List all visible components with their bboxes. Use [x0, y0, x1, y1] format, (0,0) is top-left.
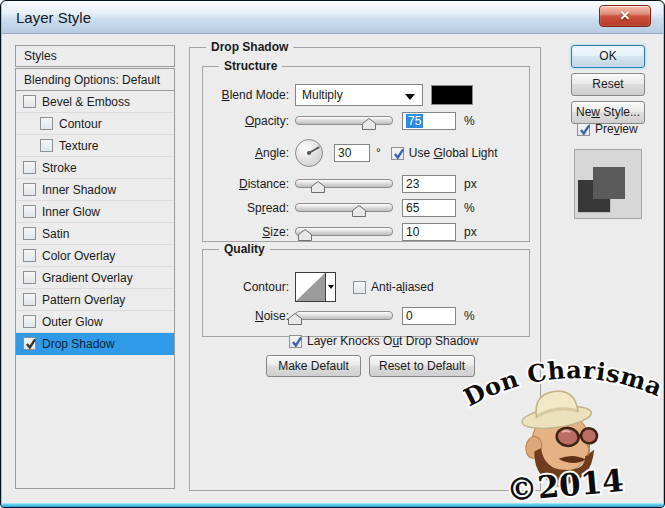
sidebar-item-satin[interactable]: Satin — [16, 223, 174, 245]
quality-title: Quality — [219, 242, 270, 256]
angle-needle[interactable] — [309, 146, 320, 154]
structure-group: Structure Blend Mode: Multiply Opacity: … — [202, 66, 530, 242]
chevron-down-icon — [405, 94, 415, 100]
noise-input[interactable]: 0 — [402, 307, 456, 325]
sidebar-item-stroke[interactable]: Stroke — [16, 157, 174, 179]
angle-input[interactable]: 30 — [334, 144, 370, 162]
use-global-light-checkbox[interactable] — [391, 147, 404, 160]
distance-slider[interactable] — [295, 177, 393, 192]
sidebar-item-texture[interactable]: Texture — [16, 135, 174, 157]
ok-button[interactable]: OK — [571, 45, 645, 68]
panel-title: Drop Shadow — [206, 40, 293, 54]
sidebar-item-contour[interactable]: Contour — [16, 113, 174, 135]
style-checkbox[interactable] — [23, 293, 36, 306]
sidebar-item-inner-shadow[interactable]: Inner Shadow — [16, 179, 174, 201]
opacity-label: Opacity: — [203, 114, 295, 128]
contour-thumbnail — [296, 273, 325, 301]
new-style-button[interactable]: New Style... — [571, 101, 645, 124]
sidebar-item-blending-options[interactable]: Blending Options: Default — [16, 69, 174, 91]
sidebar-item-label: Bevel & Emboss — [42, 95, 130, 109]
knockout-row: Layer Knocks Out Drop Shadow — [289, 334, 478, 348]
size-unit: px — [464, 225, 477, 239]
anti-aliased-checkbox[interactable] — [353, 281, 366, 294]
spread-input[interactable]: 65 — [402, 199, 456, 217]
blend-mode-row: Blend Mode: Multiply — [203, 84, 523, 106]
noise-label: Noise: — [203, 309, 295, 323]
sidebar-item-label: Color Overlay — [42, 249, 115, 263]
distance-input[interactable]: 23 — [402, 175, 456, 193]
style-checkbox[interactable] — [23, 161, 36, 174]
close-button[interactable]: ✕ — [599, 5, 651, 27]
preview-layer-square — [593, 167, 625, 199]
noise-unit: % — [464, 309, 475, 323]
layer-knocks-out-checkbox[interactable] — [289, 335, 302, 348]
opacity-unit: % — [464, 114, 475, 128]
layer-style-dialog: Layer Style ✕ Styles Blending Options: D… — [0, 0, 665, 508]
sidebar-item-label: Texture — [59, 139, 98, 153]
size-input[interactable]: 10 — [402, 223, 456, 241]
title-bar[interactable]: Layer Style ✕ — [2, 1, 663, 34]
angle-row: Angle: 30 ° Use Global Light — [203, 138, 523, 168]
sidebar-item-drop-shadow[interactable]: Drop Shadow — [16, 333, 174, 355]
contour-dropdown-arrow-icon[interactable] — [325, 273, 335, 301]
style-checkbox[interactable] — [23, 315, 36, 328]
style-checkbox[interactable] — [23, 337, 36, 350]
spread-row: Spread: 65 % — [203, 197, 523, 219]
distance-label: Distance: — [203, 177, 295, 191]
styles-header: Styles — [15, 45, 175, 67]
quality-group: Quality Contour: Anti-aliased No — [202, 249, 530, 337]
spread-slider-thumb[interactable] — [352, 205, 366, 217]
make-default-button[interactable]: Make Default — [266, 355, 361, 377]
shadow-color-swatch[interactable] — [431, 85, 473, 105]
noise-slider-thumb[interactable] — [288, 313, 302, 325]
sidebar-item-label: Contour — [59, 117, 102, 131]
sidebar-item-inner-glow[interactable]: Inner Glow — [16, 201, 174, 223]
style-checkbox[interactable] — [40, 139, 53, 152]
blend-mode-dropdown[interactable]: Multiply — [295, 84, 423, 106]
preview-checkbox[interactable] — [577, 123, 590, 136]
angle-unit: ° — [376, 146, 381, 160]
distance-value: 23 — [406, 177, 419, 191]
noise-row: Noise: 0 % — [203, 305, 523, 327]
opacity-slider-thumb[interactable] — [362, 118, 376, 130]
reset-button[interactable]: Reset — [571, 73, 645, 96]
size-slider-thumb[interactable] — [298, 229, 312, 241]
reset-to-default-button[interactable]: Reset to Default — [369, 355, 475, 377]
distance-slider-thumb[interactable] — [311, 181, 325, 193]
opacity-input[interactable]: 75 — [402, 112, 456, 130]
style-checkbox[interactable] — [23, 271, 36, 284]
contour-picker[interactable] — [295, 272, 336, 302]
sidebar-item-outer-glow[interactable]: Outer Glow — [16, 311, 174, 333]
sidebar-item-label: Pattern Overlay — [42, 293, 125, 307]
blend-mode-value: Multiply — [302, 88, 343, 102]
sidebar-item-label: Gradient Overlay — [42, 271, 133, 285]
size-slider[interactable] — [295, 225, 393, 240]
sidebar-item-gradient-overlay[interactable]: Gradient Overlay — [16, 267, 174, 289]
close-icon: ✕ — [620, 8, 631, 23]
structure-title: Structure — [219, 59, 282, 73]
use-global-light-label: Use Global Light — [409, 146, 498, 160]
noise-slider[interactable] — [295, 309, 393, 324]
style-checkbox[interactable] — [23, 249, 36, 262]
style-checkbox[interactable] — [23, 205, 36, 218]
sidebar-item-label: Inner Shadow — [42, 183, 116, 197]
style-checkbox[interactable] — [40, 117, 53, 130]
style-checkbox[interactable] — [23, 227, 36, 240]
opacity-slider[interactable] — [295, 114, 393, 129]
angle-dial[interactable] — [295, 139, 323, 167]
distance-row: Distance: 23 px — [203, 173, 523, 195]
distance-unit: px — [464, 177, 477, 191]
sidebar-item-label: Satin — [42, 227, 69, 241]
sidebar-item-color-overlay[interactable]: Color Overlay — [16, 245, 174, 267]
spread-label: Spread: — [203, 201, 295, 215]
spread-slider[interactable] — [295, 201, 393, 216]
sidebar-item-pattern-overlay[interactable]: Pattern Overlay — [16, 289, 174, 311]
style-checkbox[interactable] — [23, 183, 36, 196]
sidebar-item-label: Drop Shadow — [42, 337, 115, 351]
sidebar-item-label: Inner Glow — [42, 205, 100, 219]
sidebar-item-label: Outer Glow — [42, 315, 103, 329]
noise-value: 0 — [406, 309, 413, 323]
style-checkbox[interactable] — [23, 95, 36, 108]
preview-label: Preview — [595, 122, 638, 136]
sidebar-item-bevel-emboss[interactable]: Bevel & Emboss — [16, 91, 174, 113]
